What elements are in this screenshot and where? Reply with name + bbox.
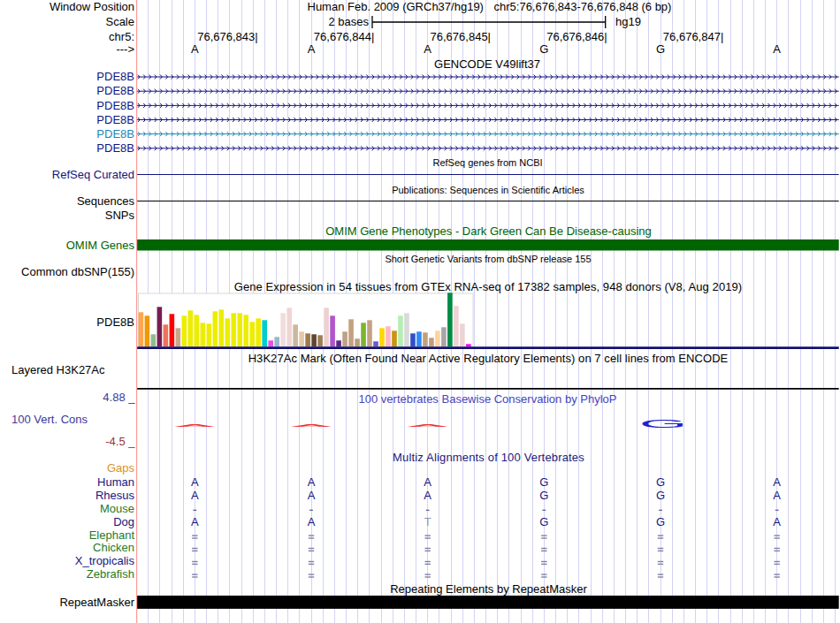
- svg-text:G: G: [656, 475, 665, 489]
- svg-text:4.88 _: 4.88 _: [103, 391, 135, 404]
- svg-text:PDE8B: PDE8B: [96, 113, 134, 126]
- svg-text:Elephant: Elephant: [89, 528, 135, 542]
- svg-text:PDE8B: PDE8B: [96, 99, 134, 112]
- svg-text:76,676,845|: 76,676,845|: [431, 30, 491, 43]
- svg-text:RefSeq Curated: RefSeq Curated: [52, 168, 134, 181]
- svg-text:PDE8B: PDE8B: [96, 315, 134, 329]
- svg-text:OMIM Gene Phenotypes - Dark Gr: OMIM Gene Phenotypes - Dark Green Can Be…: [325, 224, 652, 238]
- svg-text:100 Vert. Cons: 100 Vert. Cons: [11, 413, 88, 426]
- svg-text:Zebrafish: Zebrafish: [87, 567, 134, 581]
- svg-text:2 bases: 2 bases: [328, 15, 369, 28]
- svg-text:Mouse: Mouse: [100, 502, 134, 515]
- svg-text:A: A: [424, 475, 431, 489]
- svg-text:76,676,847|: 76,676,847|: [663, 30, 723, 43]
- svg-text:A: A: [291, 423, 332, 427]
- svg-text:G: G: [656, 42, 665, 56]
- svg-text:G: G: [539, 515, 548, 528]
- svg-text:PDE8B: PDE8B: [96, 84, 134, 97]
- svg-text:Repeating Elements by RepeatMa: Repeating Elements by RepeatMasker: [390, 582, 587, 596]
- svg-text:Dog: Dog: [113, 515, 134, 528]
- svg-text:Gene Expression in 54 tissues: Gene Expression in 54 tissues from GTEx …: [234, 280, 743, 293]
- svg-text:G: G: [539, 489, 548, 502]
- svg-text:hg19: hg19: [615, 15, 641, 28]
- svg-text:X_tropicalis: X_tropicalis: [75, 554, 135, 567]
- svg-text:Multiz Alignments of 100 Verte: Multiz Alignments of 100 Vertebrates: [393, 451, 584, 464]
- svg-text:A: A: [191, 489, 199, 502]
- svg-text:RepeatMasker: RepeatMasker: [59, 596, 134, 609]
- svg-text:Window Position: Window Position: [50, 0, 134, 13]
- svg-text:Common dbSNP(155): Common dbSNP(155): [21, 265, 134, 278]
- svg-text:H3K27Ac Mark (Often Found Near: H3K27Ac Mark (Often Found Near Active Re…: [248, 352, 729, 365]
- svg-text:Scale: Scale: [105, 15, 134, 28]
- svg-text:G: G: [656, 489, 665, 502]
- svg-text:chr5:76,676,843-76,676,848 (6: chr5:76,676,843-76,676,848 (6 bp): [494, 0, 672, 13]
- svg-text:-4.5 _: -4.5 _: [105, 435, 135, 448]
- svg-text:SNPs: SNPs: [105, 209, 135, 222]
- svg-text:Rhesus: Rhesus: [95, 489, 135, 502]
- svg-text:Human: Human: [97, 475, 134, 489]
- svg-text:A: A: [308, 475, 316, 489]
- svg-text:A: A: [773, 515, 781, 528]
- svg-text:A: A: [773, 42, 781, 56]
- svg-text:76,676,844|: 76,676,844|: [314, 30, 374, 43]
- svg-text:G: G: [639, 418, 687, 429]
- svg-text:--->: --->: [116, 42, 134, 56]
- svg-text:A: A: [308, 515, 316, 528]
- svg-text:A: A: [773, 475, 781, 489]
- svg-text:PDE8B: PDE8B: [96, 127, 134, 141]
- svg-text:OMIM Genes: OMIM Genes: [66, 239, 135, 252]
- svg-text:GENCODE V49lift37: GENCODE V49lift37: [434, 57, 540, 71]
- svg-text:Human Feb. 2009 (GRCh37/hg19): Human Feb. 2009 (GRCh37/hg19): [308, 0, 484, 13]
- svg-text:G: G: [539, 475, 548, 489]
- svg-text:A: A: [191, 42, 199, 56]
- svg-text:RefSeq genes from NCBI: RefSeq genes from NCBI: [432, 157, 542, 168]
- svg-text:Gaps: Gaps: [107, 461, 135, 475]
- svg-text:T: T: [424, 515, 431, 528]
- svg-text:Layered H3K27Ac: Layered H3K27Ac: [11, 363, 105, 376]
- svg-text:A: A: [308, 489, 316, 502]
- svg-text:PDE8B: PDE8B: [96, 141, 134, 155]
- svg-text:A: A: [408, 423, 449, 427]
- svg-text:A: A: [191, 475, 199, 489]
- svg-text:A: A: [424, 489, 431, 502]
- svg-text:chr5:: chr5:: [109, 30, 134, 43]
- svg-text:A: A: [773, 489, 781, 502]
- svg-text:G: G: [656, 515, 665, 528]
- svg-text:A: A: [308, 42, 316, 56]
- svg-text:A: A: [424, 42, 431, 56]
- svg-text:76,676,846|: 76,676,846|: [546, 30, 607, 43]
- svg-text:Publications: Sequences in Sci: Publications: Sequences in Scientific Ar…: [392, 185, 584, 195]
- svg-text:A: A: [174, 423, 216, 427]
- svg-text:A: A: [191, 515, 199, 528]
- svg-text:G: G: [539, 42, 548, 56]
- svg-text:100 vertebrates Basewise Conse: 100 vertebrates Basewise Conservation by…: [359, 392, 617, 406]
- svg-text:Sequences: Sequences: [77, 194, 135, 208]
- svg-text:PDE8B: PDE8B: [96, 70, 134, 83]
- svg-text:76,676,843|: 76,676,843|: [197, 30, 257, 43]
- svg-text:Chicken: Chicken: [93, 541, 134, 554]
- svg-text:Short Genetic Variants from db: Short Genetic Variants from dbSNP releas…: [385, 254, 591, 264]
